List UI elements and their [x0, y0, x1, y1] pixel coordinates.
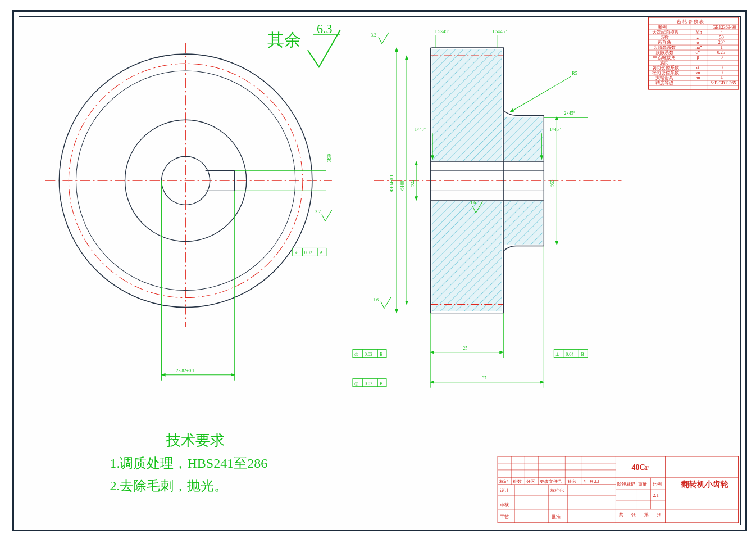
drawing-frame: 6JS9 3.2 ⌖ 0.02 A [12, 10, 747, 531]
inner-frame [19, 16, 741, 525]
